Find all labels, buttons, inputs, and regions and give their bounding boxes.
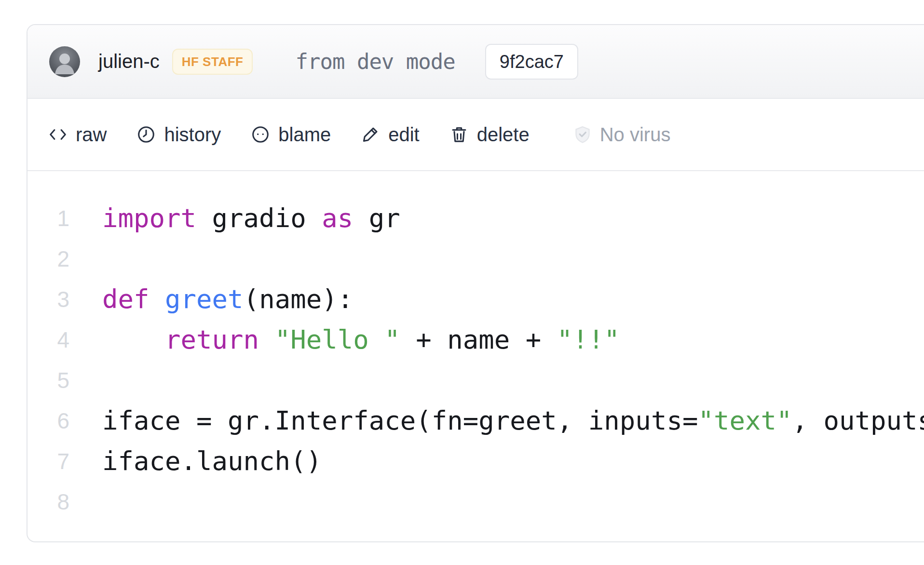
clock-icon: [136, 125, 156, 144]
code-line: 6iface = gr.Interface(fn=greet, inputs="…: [27, 401, 924, 441]
blame-button[interactable]: blame: [251, 124, 331, 146]
commit-message: from dev mode: [295, 49, 455, 74]
code-line: 5: [27, 360, 924, 401]
line-number[interactable]: 1: [27, 198, 69, 239]
code-line: 2: [27, 239, 924, 279]
line-number[interactable]: 3: [27, 279, 69, 320]
code-viewer: 1import gradio as gr23def greet(name):4 …: [27, 171, 924, 522]
pencil-icon: [361, 125, 380, 144]
blame-label: blame: [278, 124, 331, 146]
commit-hash-button[interactable]: 9f2cac7: [485, 44, 578, 80]
line-number[interactable]: 6: [27, 401, 69, 441]
commit-header: julien-c HF STAFF from dev mode 9f2cac7: [27, 25, 924, 99]
code-text: iface.launch(): [102, 441, 322, 482]
line-number[interactable]: 5: [27, 360, 69, 401]
virus-scan-status[interactable]: No virus: [573, 124, 671, 146]
delete-label: delete: [477, 124, 530, 146]
line-number[interactable]: 4: [27, 320, 69, 360]
line-number[interactable]: 7: [27, 441, 69, 482]
history-button[interactable]: history: [136, 124, 221, 146]
trash-icon: [449, 125, 469, 144]
edit-button[interactable]: edit: [361, 124, 420, 146]
code-text: import gradio as gr: [102, 198, 400, 239]
file-viewer-card: julien-c HF STAFF from dev mode 9f2cac7 …: [27, 24, 924, 542]
delete-button[interactable]: delete: [449, 124, 530, 146]
line-number[interactable]: 8: [27, 482, 69, 522]
raw-button[interactable]: raw: [48, 124, 107, 146]
avatar[interactable]: [49, 46, 80, 77]
raw-label: raw: [76, 124, 107, 146]
code-line: 1import gradio as gr: [27, 198, 924, 239]
file-toolbar: raw history blame edit: [27, 99, 924, 171]
code-text: iface = gr.Interface(fn=greet, inputs="t…: [102, 401, 924, 441]
code-line: 7iface.launch(): [27, 441, 924, 482]
virus-scan-label: No virus: [600, 124, 671, 146]
code-text: def greet(name):: [102, 279, 353, 320]
code-icon: [48, 125, 68, 144]
line-number[interactable]: 2: [27, 239, 69, 279]
face-icon: [251, 125, 270, 144]
user-photo-icon: [49, 46, 80, 77]
code-text: return "Hello " + name + "!!": [102, 320, 620, 360]
edit-label: edit: [388, 124, 420, 146]
hf-staff-badge: HF STAFF: [172, 49, 253, 75]
username-link[interactable]: julien-c: [98, 51, 160, 72]
code-line: 4 return "Hello " + name + "!!": [27, 320, 924, 360]
shield-check-icon: [573, 125, 592, 144]
code-line: 8: [27, 482, 924, 522]
history-label: history: [164, 124, 221, 146]
code-lines: 1import gradio as gr23def greet(name):4 …: [27, 198, 924, 522]
code-line: 3def greet(name):: [27, 279, 924, 320]
